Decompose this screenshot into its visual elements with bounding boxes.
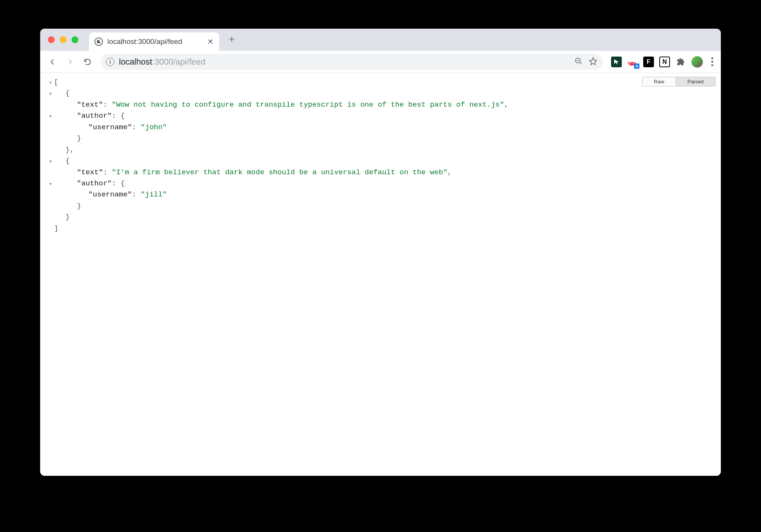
extensions: 4 F N: [611, 56, 716, 68]
close-tab-icon[interactable]: ✕: [207, 37, 214, 46]
extension-f-icon[interactable]: F: [643, 57, 654, 67]
json-row: {: [47, 88, 714, 99]
json-row: "text": "Wow not having to configure and…: [47, 99, 714, 110]
zoom-icon[interactable]: [574, 57, 583, 67]
minimize-window-button[interactable]: [60, 36, 67, 43]
json-row: {: [47, 156, 714, 167]
tab-bar: localhost:3000/api/feed ✕ ＋: [40, 29, 721, 51]
collapse-caret-icon[interactable]: [49, 156, 52, 167]
site-info-icon[interactable]: i: [106, 58, 114, 66]
json-row: }: [47, 212, 714, 223]
address-bar[interactable]: i localhost:3000/api/feed: [101, 54, 603, 70]
extension-badge: 4: [634, 63, 639, 69]
url-text: localhost:3000/api/feed: [119, 57, 205, 67]
toolbar: i localhost:3000/api/feed 4 F N: [40, 51, 721, 73]
extension-spiral-icon[interactable]: 4: [627, 57, 638, 67]
json-row: "author": {: [47, 178, 714, 189]
browser-window: localhost:3000/api/feed ✕ ＋ i localhost:…: [40, 29, 721, 476]
browser-menu-button[interactable]: [708, 57, 716, 66]
json-row: "username": "john": [47, 122, 714, 133]
close-window-button[interactable]: [48, 36, 55, 43]
json-row: },: [47, 144, 714, 156]
globe-icon: [94, 37, 103, 46]
browser-tab[interactable]: localhost:3000/api/feed ✕: [89, 32, 219, 51]
json-row: }: [47, 201, 714, 212]
window-controls: [48, 36, 78, 43]
json-row: ]: [47, 223, 714, 234]
url-host: localhost: [119, 57, 152, 66]
collapse-caret-icon[interactable]: [49, 110, 52, 122]
json-row: "text": "I'm a firm believer that dark m…: [47, 167, 714, 178]
extension-cursor-icon[interactable]: [611, 57, 622, 67]
forward-button[interactable]: [62, 54, 78, 70]
json-row: "username": "jill": [47, 189, 714, 200]
json-row: }: [47, 133, 714, 144]
collapse-caret-icon[interactable]: [49, 77, 52, 88]
new-tab-button[interactable]: ＋: [227, 32, 237, 45]
parsed-toggle-button[interactable]: Parsed: [676, 77, 715, 86]
back-button[interactable]: [45, 54, 60, 70]
bookmark-icon[interactable]: [589, 57, 597, 67]
collapse-caret-icon[interactable]: [49, 88, 52, 99]
reload-button[interactable]: [80, 54, 95, 70]
extension-notion-icon[interactable]: N: [659, 57, 670, 67]
url-path: :3000/api/feed: [152, 57, 205, 66]
raw-toggle-button[interactable]: Raw: [642, 77, 676, 86]
json-row: [: [47, 77, 714, 88]
json-viewer: [{"text": "Wow not having to configure a…: [47, 77, 714, 234]
collapse-caret-icon[interactable]: [49, 178, 52, 189]
extensions-menu-icon[interactable]: [675, 57, 686, 67]
view-toggle: Raw Parsed: [642, 77, 715, 86]
page-content: Raw Parsed [{"text": "Wow not having to …: [40, 73, 721, 476]
json-row: "author": {: [47, 110, 714, 122]
profile-avatar[interactable]: [691, 56, 703, 68]
tab-title: localhost:3000/api/feed: [107, 37, 203, 46]
fullscreen-window-button[interactable]: [72, 36, 78, 43]
